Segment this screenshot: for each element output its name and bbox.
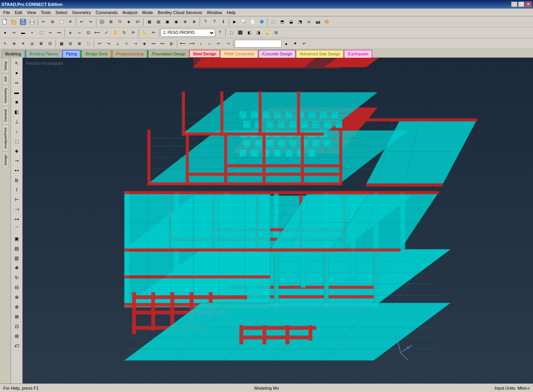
beam-button[interactable]: ═ bbox=[10, 28, 18, 37]
zoom-previous-button[interactable]: ⟵ bbox=[93, 28, 102, 37]
tb3-btn11[interactable]: ↩ bbox=[95, 39, 104, 48]
sidebar-tab-geometry[interactable]: Geometry bbox=[2, 85, 9, 106]
beam-tool[interactable]: ═ bbox=[12, 78, 21, 87]
tab-piping[interactable]: Piping bbox=[62, 50, 80, 58]
render-wire-button[interactable]: ⬚ bbox=[227, 28, 235, 37]
tb3-btn10[interactable]: ⬚ bbox=[84, 39, 93, 48]
render-light-button[interactable]: 💡 bbox=[263, 28, 271, 37]
surface-button[interactable]: ⬚ bbox=[37, 28, 45, 37]
rotate3d-tool[interactable]: ↻ bbox=[12, 273, 21, 282]
label-tool[interactable]: 🏷 bbox=[12, 341, 21, 351]
help-button[interactable]: ? bbox=[201, 18, 210, 26]
render-solid-button[interactable]: ⬛ bbox=[236, 28, 244, 37]
tb3-btn9[interactable]: ⊞ bbox=[75, 39, 84, 48]
tab-building[interactable]: /Building Planner bbox=[25, 50, 62, 58]
menu-edit[interactable]: Edit bbox=[12, 9, 25, 16]
render-shade-button[interactable]: ◧ bbox=[245, 28, 253, 37]
compress-tool[interactable]: ⊣ bbox=[12, 205, 21, 214]
wall-tool[interactable]: ▤ bbox=[12, 244, 21, 253]
floor-tool[interactable]: ▣ bbox=[12, 234, 21, 243]
toolbar-btn-c[interactable]: ▣ bbox=[163, 18, 171, 26]
split-tool[interactable]: ⊡ bbox=[12, 322, 21, 331]
tb3-btn24[interactable]: ⊢ bbox=[214, 39, 223, 48]
tb3-btn7[interactable]: ▦ bbox=[57, 39, 66, 48]
toolbar-btn-e[interactable]: ⊕ bbox=[181, 18, 189, 26]
sidebar-tab-job[interactable]: Job bbox=[2, 74, 9, 85]
grid-button[interactable]: ⊞ bbox=[107, 18, 115, 26]
report-button[interactable]: 📄 bbox=[248, 18, 257, 26]
coord-input[interactable] bbox=[235, 40, 282, 48]
tab-advslab[interactable]: /Advanced Slab Design bbox=[296, 50, 344, 58]
menu-file[interactable]: File bbox=[1, 9, 12, 16]
curved-beam-tool[interactable]: ⌒ bbox=[12, 224, 21, 234]
labels-button[interactable]: 🏷 bbox=[134, 18, 142, 26]
query-button[interactable]: ? bbox=[210, 18, 219, 26]
cable-tool[interactable]: ⌇ bbox=[12, 185, 21, 195]
restore-button[interactable]: ❐ bbox=[518, 2, 524, 7]
annotate-button[interactable]: ✏ bbox=[149, 28, 158, 37]
copy-button[interactable]: ⧉ bbox=[48, 18, 57, 26]
load-tool[interactable]: ↓ bbox=[12, 127, 21, 136]
tb3-btn15[interactable]: ⊸ bbox=[131, 39, 140, 48]
tab-earthquake[interactable]: /Earthquake bbox=[344, 50, 372, 58]
menu-help[interactable]: Help bbox=[225, 9, 238, 16]
tab-foundation[interactable]: /Foundation Design bbox=[147, 50, 189, 58]
sidebar-tab-analysis[interactable]: Analysis/Print bbox=[2, 125, 9, 152]
menu-window[interactable]: Window bbox=[205, 9, 225, 16]
info-button[interactable]: ℹ bbox=[219, 18, 228, 26]
release-tool[interactable]: ⊸ bbox=[12, 156, 21, 165]
tab-concrete[interactable]: /Concrete Design bbox=[258, 50, 296, 58]
solid-button[interactable]: ▪ bbox=[28, 28, 36, 37]
tb3-btn21[interactable]: ⟶ bbox=[187, 39, 196, 48]
new-button[interactable] bbox=[1, 18, 9, 26]
menu-analyze[interactable]: Analyze bbox=[120, 9, 140, 16]
shrink-button[interactable]: ⊟ bbox=[272, 28, 280, 37]
sidebar-tab-general[interactable]: General bbox=[2, 106, 9, 124]
postprocess-button[interactable]: 📊 bbox=[239, 18, 248, 26]
print-button[interactable] bbox=[28, 18, 36, 26]
orbit-button[interactable]: ⟳ bbox=[129, 28, 137, 37]
viewfront-button[interactable]: ⬓ bbox=[287, 18, 295, 26]
rotate-button[interactable]: ↻ bbox=[120, 28, 128, 37]
mesh-tool[interactable]: ⊞ bbox=[12, 332, 21, 341]
intersect-tool[interactable]: ⊠ bbox=[12, 312, 21, 321]
move-tool[interactable]: ✥ bbox=[12, 263, 21, 273]
mirror-tool[interactable]: ⊟ bbox=[12, 283, 21, 292]
tab-postproc[interactable]: /Postprocessing bbox=[111, 50, 147, 58]
view3d-button[interactable]: ⬚ bbox=[269, 18, 277, 26]
coord-apply[interactable]: ↵ bbox=[300, 39, 308, 48]
undo-button[interactable]: ↩ bbox=[77, 18, 86, 26]
node-tool[interactable]: ● bbox=[12, 68, 21, 78]
viewport[interactable]: Recinto rectangular bbox=[23, 58, 533, 383]
inf-line-button[interactable]: ⊸ bbox=[46, 28, 54, 37]
tb3-btn5[interactable]: ⊠ bbox=[37, 39, 45, 48]
zoom-window-button[interactable]: ⊡ bbox=[84, 28, 93, 37]
redo-button[interactable]: ↪ bbox=[86, 18, 95, 26]
tb3-btn23[interactable]: ↔ bbox=[205, 39, 214, 48]
snap-button[interactable] bbox=[98, 18, 106, 26]
node-button[interactable]: ● bbox=[1, 28, 9, 37]
tb3-btn1[interactable]: ↖ bbox=[1, 39, 9, 48]
tb3-btn4[interactable]: ◎ bbox=[28, 39, 36, 48]
plate-button[interactable]: ▬ bbox=[19, 28, 27, 37]
tb3-btn18[interactable]: ⊷ bbox=[158, 39, 167, 48]
pan-button[interactable]: ✋ bbox=[111, 28, 119, 37]
tb3-btn8[interactable]: ⊟ bbox=[66, 39, 75, 48]
tab-ram[interactable]: /RAM Connection bbox=[220, 50, 258, 58]
tb3-btn19[interactable]: ⊵ bbox=[167, 39, 176, 48]
tb3-btn22[interactable]: ↕ bbox=[196, 39, 205, 48]
delete-button[interactable]: ✕ bbox=[66, 18, 75, 26]
tb3-btn3[interactable]: ✕ bbox=[19, 39, 27, 48]
camera-button[interactable]: 📷 bbox=[314, 18, 322, 26]
tb3-btn13[interactable]: ⊥ bbox=[113, 39, 122, 48]
select-tool[interactable]: ↖ bbox=[12, 59, 21, 68]
load-case-dropdown[interactable]: 1: PESO PROPIO bbox=[160, 29, 215, 37]
menu-geometry[interactable]: Geometry bbox=[70, 9, 93, 16]
section-tool[interactable]: ⬚ bbox=[12, 137, 21, 146]
material-tool[interactable]: ◈ bbox=[12, 146, 21, 156]
tb3-btn20[interactable]: ⟵ bbox=[178, 39, 187, 48]
menu-mode[interactable]: Mode bbox=[140, 9, 155, 16]
viewiso-button[interactable]: ⧈ bbox=[305, 18, 313, 26]
zoom-out-button[interactable]: − bbox=[75, 28, 84, 37]
tb3-btn25[interactable]: ⊣ bbox=[223, 39, 232, 48]
